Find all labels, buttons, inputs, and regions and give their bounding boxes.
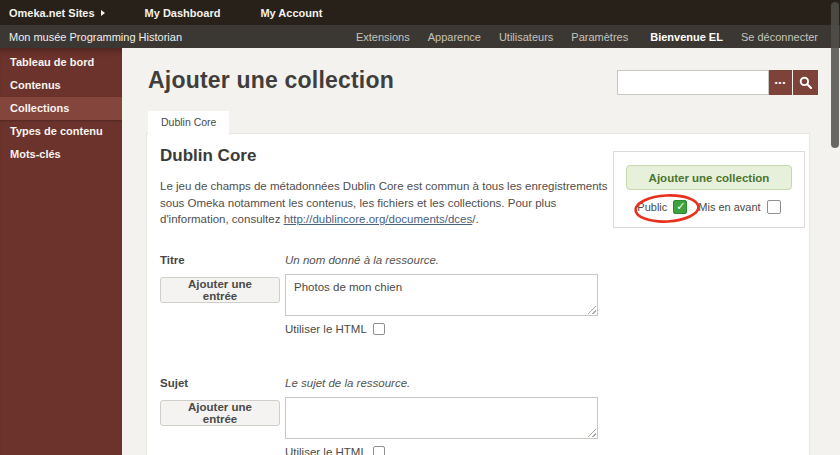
featured-checkbox[interactable] [767, 200, 781, 214]
nav-utilisateurs[interactable]: Utilisateurs [499, 31, 553, 43]
sujet-textarea[interactable] [285, 397, 598, 439]
omeka-sites-menu[interactable]: Omeka.net Sites [0, 0, 119, 25]
nav-parametres[interactable]: Paramètres [571, 31, 628, 43]
panel-title: Dublin Core [160, 146, 256, 166]
public-checkbox[interactable] [673, 200, 687, 214]
tab-dublin-core[interactable]: Dublin Core [148, 111, 229, 134]
search-icon [799, 76, 812, 89]
scrollbar [830, 0, 840, 455]
advanced-search-button[interactable]: ••• [769, 70, 792, 95]
description-suffix: /. [472, 213, 478, 225]
sidebar-item-contenus[interactable]: Contenus [0, 74, 122, 97]
logout-link[interactable]: Se déconnecter [741, 31, 818, 43]
featured-label: Mis en avant [698, 201, 760, 213]
visibility-options: Public Mis en avant [614, 200, 804, 214]
my-account-link[interactable]: My Account [246, 0, 336, 25]
public-label: Public [637, 201, 667, 213]
titre-textarea[interactable]: Photos de mon chien [285, 274, 598, 316]
top-bar: Omeka.net Sites My Dashboard My Account [0, 0, 840, 25]
field-description: Le sujet de la ressource. [285, 377, 600, 389]
ellipsis-icon: ••• [775, 78, 786, 87]
sidebar-item-collections[interactable]: Collections [0, 97, 122, 120]
admin-bar: Mon musée Programming Historian Extensio… [0, 25, 840, 48]
scrollbar-thumb[interactable] [831, 2, 839, 148]
nav-apparence[interactable]: Apparence [428, 31, 481, 43]
use-html-checkbox[interactable] [373, 446, 385, 455]
sidebar-item-tableau-de-bord[interactable]: Tableau de bord [0, 51, 122, 74]
omeka-sites-label: Omeka.net Sites [9, 7, 95, 19]
add-collection-button[interactable]: Ajouter une collection [626, 165, 792, 190]
field-row-sujet: Sujet Ajouter une entrée Le sujet de la … [160, 377, 760, 455]
field-label: Sujet [160, 377, 280, 389]
dropdown-arrow-icon [101, 10, 105, 16]
search-input[interactable] [617, 70, 769, 95]
use-html-label: Utiliser le HTML [285, 446, 367, 455]
sidebar-item-mots-cles[interactable]: Mots-clés [0, 143, 122, 166]
add-entry-button[interactable]: Ajouter une entrée [160, 400, 280, 426]
main-content: Ajouter une collection ••• Dublin Core D… [122, 48, 840, 455]
search-bar: ••• [617, 70, 818, 95]
dublincore-link[interactable]: http://dublincore.org/documents/dces [284, 213, 473, 225]
panel-description: Le jeu de champs de métadonnées Dublin C… [160, 178, 615, 228]
sidebar: Tableau de bord Contenus Collections Typ… [0, 48, 122, 455]
page-title: Ajouter une collection [148, 67, 394, 94]
search-submit-button[interactable] [793, 70, 818, 95]
dublin-core-panel: Dublin Core Le jeu de champs de métadonn… [147, 134, 809, 455]
welcome-user-label: Bienvenue EL [650, 31, 723, 43]
add-entry-button[interactable]: Ajouter une entrée [160, 277, 280, 303]
use-html-checkbox[interactable] [373, 323, 385, 335]
admin-nav: Extensions Apparence Utilisateurs Paramè… [338, 31, 840, 43]
field-row-titre: Titre Ajouter une entrée Un nom donné à … [160, 254, 760, 335]
my-dashboard-link[interactable]: My Dashboard [131, 0, 235, 25]
field-label: Titre [160, 254, 280, 266]
field-description: Un nom donné à la ressource. [285, 254, 600, 266]
site-title-link[interactable]: Mon musée Programming Historian [0, 31, 182, 43]
sidebar-item-types-de-contenu[interactable]: Types de contenu [0, 120, 122, 143]
use-html-label: Utiliser le HTML [285, 323, 367, 335]
nav-extensions[interactable]: Extensions [356, 31, 410, 43]
save-panel: Ajouter une collection Public Mis en ava… [613, 151, 805, 228]
